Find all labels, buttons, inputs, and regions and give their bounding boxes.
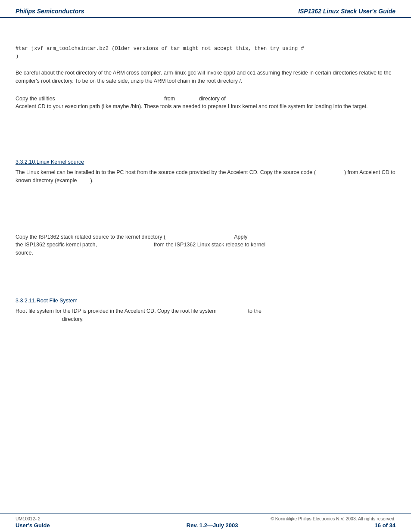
paragraph-arm-compiler: Be careful about the root directory of t… [16,69,395,85]
footer-top-row: UM10012- 2 © Koninklijke Philips Electro… [16,516,395,521]
section-heading-linux-kernel: 3.3.2.10.Linux Kernel source [16,159,395,165]
section-linux-kernel: 3.3.2.10.Linux Kernel source The Linux k… [16,159,395,185]
copyright-text: © Koninklijke Philips Electronics N.V. 2… [271,516,395,521]
para-linux-kernel: The Linux kernel can be installed in to … [16,168,395,185]
para-copy-text: Copy the utilities from directory of Acc… [16,95,395,111]
root-fs-link[interactable]: Root File System [37,298,78,304]
company-name: Philips Semiconductors [16,8,84,15]
document-id: UM10012- 2 [16,516,40,521]
footer-bottom-row: User's Guide Rev. 1.2—July 2003 16 of 34 [16,522,395,529]
section-root-filesystem: 3.3.2.11.Root File System Root file syst… [16,298,395,324]
page-header: Philips Semiconductors ISP1362 Linux Sta… [0,0,411,18]
revision-label: Rev. 1.2—July 2003 [187,522,238,529]
page-number: 16 of 34 [375,522,395,529]
paragraph-copy-utilities: Copy the utilities from directory of Acc… [16,95,395,111]
para-arm-text: Be careful about the root directory of t… [16,69,395,85]
section-isp1362: Copy the ISP1362 stack related source to… [16,233,395,257]
code-line-1: #tar jxvf arm_toolchaintar.bz2 (Older ve… [16,46,395,52]
guide-label: User's Guide [16,522,50,529]
code-section: #tar jxvf arm_toolchaintar.bz2 (Older ve… [16,30,395,59]
linux-kernel-link[interactable]: Linux Kernel source [37,159,84,165]
main-content: #tar jxvf arm_toolchaintar.bz2 (Older ve… [0,18,411,341]
para-root-fs: Root file system for the IDP is provided… [16,307,395,324]
document-title: ISP1362 Linux Stack User's Guide [298,8,395,15]
para-isp1362: Copy the ISP1362 stack related source to… [16,233,395,257]
code-line-2: ) [16,53,395,59]
page-footer: UM10012- 2 © Koninklijke Philips Electro… [0,513,411,532]
section-heading-root-fs: 3.3.2.11.Root File System [16,298,395,304]
